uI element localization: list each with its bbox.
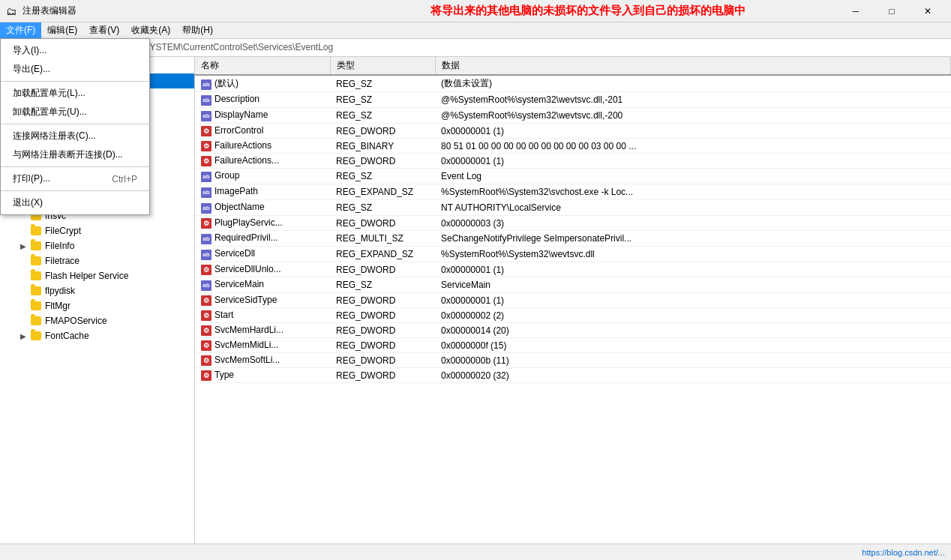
file-dropdown-menu: 导入(I)... 导出(E)... 加载配置单元(L)... 卸载配置单元(U)… xyxy=(0,38,150,215)
no-expand-icon xyxy=(18,286,28,296)
menu-print[interactable]: 打印(P)... Ctrl+P xyxy=(1,169,149,188)
reg-sz-icon: ab xyxy=(201,95,212,106)
annotation-text: 将导出来的其他电脑的未损坏的文件导入到自己的损坏的电脑中 xyxy=(430,4,838,18)
table-row[interactable]: abDisplayNameREG_SZ@%SystemRoot%\system3… xyxy=(195,108,951,124)
separator-2 xyxy=(1,124,149,124)
table-row[interactable]: ⚙ServiceSidTypeREG_DWORD0x00000001 (1) xyxy=(195,293,951,308)
menu-view[interactable]: 查看(V) xyxy=(83,22,125,39)
menu-edit[interactable]: 编辑(E) xyxy=(41,22,83,39)
registry-table: 名称 类型 数据 ab(默认)REG_SZ(数值未设置)abDescriptio… xyxy=(195,57,951,383)
menu-exit[interactable]: 退出(X) xyxy=(1,193,149,212)
maximize-button[interactable]: □ xyxy=(874,0,909,22)
separator-3 xyxy=(1,166,149,167)
expand-icon-right: ▶ xyxy=(18,331,28,341)
folder-icon xyxy=(30,301,42,311)
menu-export[interactable]: 导出(E)... xyxy=(1,60,149,79)
folder-icon xyxy=(30,316,42,326)
table-row[interactable]: abObjectNameREG_SZNT AUTHORITY\LocalServ… xyxy=(195,200,951,216)
folder-icon xyxy=(30,226,42,236)
table-row[interactable]: ⚙FailureActions...REG_DWORD0x00000001 (1… xyxy=(195,154,951,169)
registry-data-panel: 名称 类型 数据 ab(默认)REG_SZ(数值未设置)abDescriptio… xyxy=(195,57,951,544)
expand-icon-right: ▶ xyxy=(18,241,28,251)
reg-dword-icon: ⚙ xyxy=(201,310,212,321)
menu-import[interactable]: 导入(I)... xyxy=(1,41,149,60)
col-name: 名称 xyxy=(195,57,330,75)
reg-dword-icon: ⚙ xyxy=(201,126,212,136)
reg-sz-icon: ab xyxy=(201,280,212,291)
table-row[interactable]: ⚙SvcMemSoftLi...REG_DWORD0x0000000b (11) xyxy=(195,353,951,368)
table-row[interactable]: abServiceDllREG_EXPAND_SZ%SystemRoot%\Sy… xyxy=(195,247,951,262)
folder-icon xyxy=(30,256,42,266)
reg-dword-icon: ⚙ xyxy=(201,370,212,381)
title-bar: 🗂 注册表编辑器 将导出来的其他电脑的未损坏的文件导入到自己的损坏的电脑中 ─ … xyxy=(0,0,951,22)
reg-sz-icon: ab xyxy=(201,79,212,90)
reg-dword-icon: ⚙ xyxy=(201,295,212,306)
reg-dword-icon: ⚙ xyxy=(201,325,212,336)
reg-dword-icon: ⚙ xyxy=(201,141,212,151)
no-expand-icon xyxy=(18,256,28,266)
tree-item-flpydisk[interactable]: flpydisk xyxy=(0,283,194,298)
no-expand-icon xyxy=(18,226,28,236)
table-row[interactable]: abServiceMainREG_SZServiceMain xyxy=(195,277,951,293)
no-expand-icon xyxy=(18,316,28,326)
menu-disconnect-network[interactable]: 与网络注册表断开连接(D)... xyxy=(1,145,149,164)
folder-icon xyxy=(30,286,42,296)
reg-dword-icon: ⚙ xyxy=(201,156,212,166)
menu-help[interactable]: 帮助(H) xyxy=(176,22,219,39)
reg-sz-icon: ab xyxy=(201,203,212,214)
menu-connect-network[interactable]: 连接网络注册表(C)... xyxy=(1,127,149,145)
folder-icon xyxy=(30,241,42,251)
tree-item-fontcache[interactable]: ▶ FontCache xyxy=(0,328,194,343)
no-expand-icon xyxy=(18,301,28,311)
tree-item-flash-helper[interactable]: Flash Helper Service xyxy=(0,268,194,283)
table-row[interactable]: ⚙ErrorControlREG_DWORD0x00000001 (1) xyxy=(195,124,951,139)
tree-item-fmaposervice[interactable]: FMAPOService xyxy=(0,313,194,328)
table-row[interactable]: ⚙PlugPlayServic...REG_DWORD0x00000003 (3… xyxy=(195,216,951,231)
col-data: 数据 xyxy=(435,57,951,75)
reg-dword-icon: ⚙ xyxy=(201,355,212,366)
window-controls: ─ □ ✕ xyxy=(838,0,945,22)
menu-bar: 文件(F) 编辑(E) 查看(V) 收藏夹(A) 帮助(H) xyxy=(0,22,951,39)
col-type: 类型 xyxy=(330,57,435,75)
close-button[interactable]: ✕ xyxy=(910,0,945,22)
table-row[interactable]: ⚙StartREG_DWORD0x00000002 (2) xyxy=(195,308,951,323)
minimize-button[interactable]: ─ xyxy=(838,0,873,22)
folder-icon xyxy=(30,331,42,341)
table-row[interactable]: ⚙TypeREG_DWORD0x00000020 (32) xyxy=(195,368,951,383)
reg-dword-icon: ⚙ xyxy=(201,218,212,229)
folder-icon xyxy=(30,271,42,281)
reg-dword-icon: ⚙ xyxy=(201,265,212,275)
reg-sz-icon: ab xyxy=(201,172,212,182)
menu-file[interactable]: 文件(F) xyxy=(0,22,41,39)
menu-unload-hive[interactable]: 卸载配置单元(U)... xyxy=(1,103,149,121)
separator-4 xyxy=(1,190,149,191)
table-row[interactable]: ab(默认)REG_SZ(数值未设置) xyxy=(195,75,951,92)
table-row[interactable]: abImagePathREG_EXPAND_SZ%SystemRoot%\Sys… xyxy=(195,184,951,200)
menu-favorites[interactable]: 收藏夹(A) xyxy=(125,22,176,39)
table-row[interactable]: ⚙FailureActionsREG_BINARY80 51 01 00 00 … xyxy=(195,139,951,154)
table-row[interactable]: abGroupREG_SZEvent Log xyxy=(195,169,951,184)
reg-sz-icon: ab xyxy=(201,111,212,121)
tree-item-filetrace[interactable]: Filetrace xyxy=(0,253,194,268)
window-title: 注册表编辑器 xyxy=(22,4,430,17)
reg-sz-icon: ab xyxy=(201,187,212,198)
tree-item-fileinfo[interactable]: ▶ FileInfo xyxy=(0,238,194,253)
reg-sz-icon: ab xyxy=(201,234,212,244)
tree-item-fltmgr[interactable]: FltMgr xyxy=(0,298,194,313)
table-row[interactable]: ⚙SvcMemHardLi...REG_DWORD0x00000014 (20) xyxy=(195,323,951,338)
separator-1 xyxy=(1,81,149,82)
table-row[interactable]: abDescriptionREG_SZ@%SystemRoot%\system3… xyxy=(195,92,951,108)
reg-sz-icon: ab xyxy=(201,250,212,260)
table-row[interactable]: ⚙ServiceDllUnlo...REG_DWORD0x00000001 (1… xyxy=(195,262,951,277)
no-expand-icon xyxy=(18,271,28,281)
table-row[interactable]: abRequiredPrivil...REG_MULTI_SZSeChangeN… xyxy=(195,231,951,247)
tree-item-filecrypt[interactable]: FileCrypt xyxy=(0,223,194,238)
reg-dword-icon: ⚙ xyxy=(201,340,212,351)
status-text: https://blog.csdn.net/... xyxy=(862,548,945,557)
app-icon: 🗂 xyxy=(6,5,18,17)
menu-load-hive[interactable]: 加载配置单元(L)... xyxy=(1,84,149,103)
table-row[interactable]: ⚙SvcMemMidLi...REG_DWORD0x0000000f (15) xyxy=(195,338,951,353)
status-bar: https://blog.csdn.net/... xyxy=(0,544,951,560)
